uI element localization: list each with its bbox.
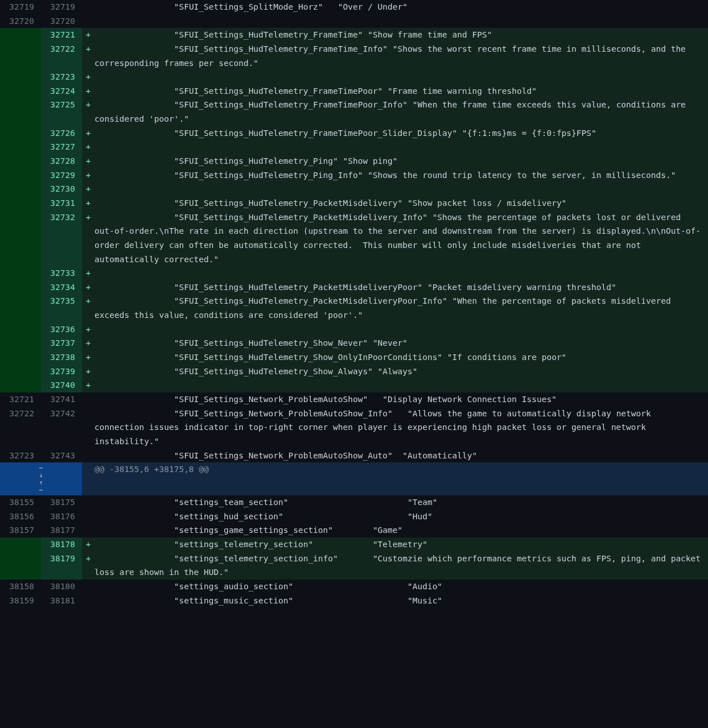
line-number-old[interactable] [0,70,41,84]
diff-row-added: 32721+ "SFUI_Settings_HudTelemetry_Frame… [0,28,708,42]
line-number-old[interactable] [0,322,41,337]
line-number-old[interactable]: 38159 [0,594,41,608]
hunk-header-row: ⋯↓↑⋯@@ -38155,6 +38175,8 @@ [0,462,708,495]
line-number-new[interactable]: 38177 [41,523,82,537]
line-number-old[interactable] [0,168,41,183]
diff-marker [82,594,94,608]
code-content [94,378,708,392]
line-number-new[interactable]: 32736 [41,322,82,337]
diff-marker: + [82,98,94,126]
diff-view: 3271932719 "SFUI_Settings_SplitMode_Horz… [0,0,708,607]
line-number-new[interactable]: 32721 [41,28,82,42]
line-number-old[interactable] [0,350,41,365]
code-content [94,266,708,280]
code-content: "settings_team_section" "Team" [94,495,708,510]
diff-marker: + [82,28,94,42]
code-content: "SFUI_Settings_Network_ProblemAutoShow_I… [94,407,708,449]
line-number-new[interactable]: 38178 [41,537,82,552]
line-number-new[interactable]: 32733 [41,266,82,280]
line-number-new[interactable]: 32730 [41,182,82,196]
line-number-old[interactable] [0,126,41,140]
diff-marker [82,392,94,407]
line-number-old[interactable] [0,210,41,267]
diff-marker: + [82,537,94,552]
diff-row-context: 3815838180 "settings_audio_section" "Aud… [0,580,708,594]
line-number-old[interactable]: 32719 [0,0,41,14]
line-number-old[interactable] [0,28,41,42]
code-content: "SFUI_Settings_HudTelemetry_FrameTime_In… [94,42,708,70]
line-number-old[interactable] [0,98,41,126]
line-number-old[interactable]: 38158 [0,580,41,594]
diff-marker: + [82,210,94,267]
line-number-old[interactable]: 32720 [0,14,41,28]
line-number-new[interactable]: 32731 [41,196,82,210]
line-number-old[interactable]: 32723 [0,449,41,463]
code-content [94,182,708,196]
line-number-new[interactable]: 32719 [41,0,82,14]
line-number-new[interactable]: 32734 [41,280,82,295]
line-number-old[interactable] [0,294,41,322]
code-content: "SFUI_Settings_HudTelemetry_Ping_Info" "… [94,168,708,183]
diff-marker: + [82,182,94,196]
code-content [94,140,708,154]
line-number-old[interactable] [0,182,41,196]
diff-row-context: 3815738177 "settings_game_settings_secti… [0,523,708,537]
line-number-new[interactable]: 32738 [41,350,82,365]
line-number-new[interactable]: 32743 [41,449,82,463]
diff-marker: + [82,140,94,154]
diff-marker: + [82,336,94,350]
line-number-old[interactable]: 38155 [0,495,41,510]
line-number-new[interactable]: 32732 [41,210,82,267]
line-number-new[interactable]: 32728 [41,154,82,168]
code-content: "SFUI_Settings_HudTelemetry_FrameTimePoo… [94,84,708,98]
diff-marker [82,449,94,463]
line-number-old[interactable]: 32721 [0,392,41,407]
line-number-new[interactable]: 38179 [41,552,82,580]
line-number-old[interactable]: 38157 [0,523,41,537]
line-number-new[interactable]: 32724 [41,84,82,98]
line-number-new[interactable]: 32723 [41,70,82,84]
diff-marker: + [82,70,94,84]
line-number-old[interactable] [0,154,41,168]
expand-up-icon: ⋯ [39,487,43,493]
code-content: "SFUI_Settings_HudTelemetry_Show_OnlyInP… [94,350,708,365]
line-number-new[interactable]: 32737 [41,336,82,350]
line-number-new[interactable]: 32720 [41,14,82,28]
line-number-old[interactable] [0,280,41,295]
line-number-old[interactable] [0,196,41,210]
diff-row-added: 32737+ "SFUI_Settings_HudTelemetry_Show_… [0,336,708,350]
line-number-old[interactable] [0,537,41,552]
line-number-new[interactable]: 32726 [41,126,82,140]
line-number-old[interactable] [0,42,41,70]
line-number-new[interactable]: 32739 [41,365,82,379]
line-number-old[interactable] [0,266,41,280]
line-number-old[interactable] [0,378,41,392]
diff-marker: + [82,196,94,210]
diff-row-added: 32731+ "SFUI_Settings_HudTelemetry_Packe… [0,196,708,210]
expand-hunk-button[interactable]: ⋯↓↑⋯ [0,462,82,495]
line-number-new[interactable]: 32725 [41,98,82,126]
diff-row-context: 3272232742 "SFUI_Settings_Network_Proble… [0,407,708,449]
diff-row-added: 32740+ [0,378,708,392]
line-number-old[interactable] [0,336,41,350]
line-number-old[interactable]: 32722 [0,407,41,449]
code-content [94,14,708,28]
line-number-new[interactable]: 38181 [41,594,82,608]
diff-row-context: 3272132741 "SFUI_Settings_Network_Proble… [0,392,708,407]
line-number-new[interactable]: 38176 [41,510,82,524]
line-number-new[interactable]: 38180 [41,580,82,594]
diff-marker [82,510,94,524]
line-number-old[interactable] [0,140,41,154]
line-number-new[interactable]: 32727 [41,140,82,154]
line-number-old[interactable]: 38156 [0,510,41,524]
line-number-old[interactable] [0,84,41,98]
line-number-old[interactable] [0,365,41,379]
line-number-new[interactable]: 38175 [41,495,82,510]
line-number-new[interactable]: 32740 [41,378,82,392]
line-number-new[interactable]: 32742 [41,407,82,449]
line-number-new[interactable]: 32729 [41,168,82,183]
line-number-new[interactable]: 32735 [41,294,82,322]
line-number-old[interactable] [0,552,41,580]
line-number-new[interactable]: 32722 [41,42,82,70]
line-number-new[interactable]: 32741 [41,392,82,407]
